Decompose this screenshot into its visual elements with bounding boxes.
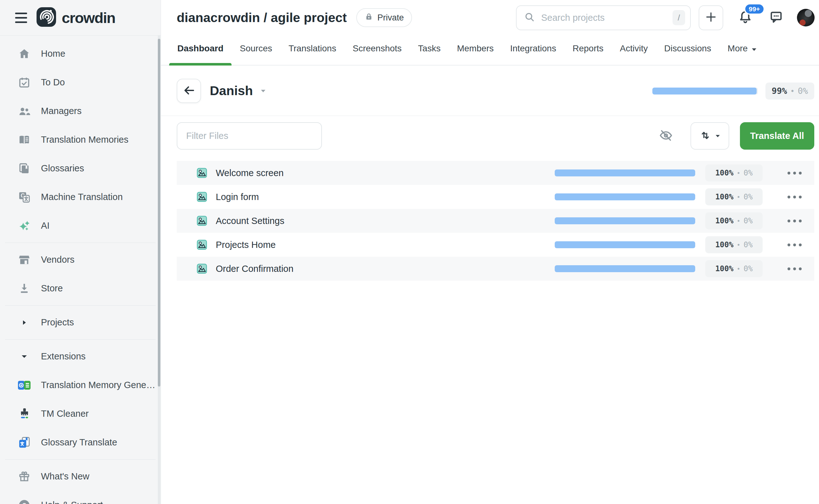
sidebar-item-vendors[interactable]: Vendors	[0, 245, 161, 274]
tab-translations[interactable]: Translations	[288, 35, 337, 65]
tab-tasks[interactable]: Tasks	[417, 35, 441, 65]
back-button[interactable]	[177, 79, 201, 103]
gift-icon	[17, 470, 31, 483]
ai-sparkles-icon	[17, 220, 31, 232]
file-progress-bar	[555, 241, 695, 248]
sidebar-item-label: Vendors	[41, 255, 74, 265]
file-progress-fill	[555, 265, 695, 272]
sidebar-item-store[interactable]: Store	[0, 274, 161, 303]
lock-icon	[364, 12, 373, 23]
tab-sources[interactable]: Sources	[239, 35, 273, 65]
language-dropdown-caret-icon[interactable]	[261, 89, 266, 93]
download-icon	[17, 282, 31, 295]
sidebar-item-extensions[interactable]: Extensions	[0, 342, 161, 371]
file-row-account-settings[interactable]: Account Settings 100% • 0%	[177, 209, 814, 233]
sidebar-header: crowdin	[0, 0, 161, 36]
notifications-button[interactable]: 99+	[736, 8, 755, 27]
crowdin-app: crowdin Home To Do Managers Translation …	[0, 0, 819, 504]
create-project-button[interactable]	[699, 5, 723, 30]
translated-percent: 100%	[715, 169, 734, 177]
project-tabs: Dashboard Sources Translations Screensho…	[161, 35, 819, 66]
filter-files-input[interactable]	[177, 122, 322, 150]
file-context-menu-button[interactable]	[787, 192, 802, 202]
sidebar-divider	[5, 305, 156, 306]
question-circle-icon: ?	[17, 499, 31, 504]
machine-translation-icon: G	[17, 191, 31, 203]
translated-percent: 100%	[715, 240, 734, 249]
files-toolbar-actions: Translate All	[659, 122, 814, 150]
sidebar-scrollbar-thumb[interactable]	[158, 39, 160, 387]
home-icon	[17, 48, 31, 60]
sort-dropdown-caret-icon	[715, 133, 720, 139]
sidebar-item-translation-memories[interactable]: Translation Memories	[0, 125, 161, 154]
chevron-right-icon	[17, 320, 31, 325]
search-icon	[524, 12, 535, 24]
hamburger-menu-icon[interactable]	[15, 13, 27, 23]
screenshot-image-icon	[197, 215, 207, 226]
sidebar-item-ai[interactable]: AI	[0, 211, 161, 240]
file-progress-badge: 100% • 0%	[705, 212, 763, 229]
sidebar-item-home[interactable]: Home	[0, 39, 161, 68]
sidebar-item-whats-new[interactable]: What's New	[0, 462, 161, 491]
chevron-down-icon	[17, 355, 31, 358]
file-progress-badge: 100% • 0%	[705, 236, 763, 253]
hidden-files-toggle[interactable]	[659, 129, 673, 143]
file-row-right: 100% • 0%	[555, 188, 802, 205]
plus-icon	[704, 10, 718, 25]
translate-all-button[interactable]: Translate All	[740, 122, 814, 150]
file-row-right: 100% • 0%	[555, 260, 802, 277]
approved-percent: 0%	[743, 240, 753, 249]
file-row-login-form[interactable]: Login form 100% • 0%	[177, 185, 814, 209]
file-context-menu-button[interactable]	[787, 240, 802, 249]
file-progress-fill	[555, 169, 695, 176]
approved-percent: 0%	[743, 216, 753, 225]
screenshot-image-icon	[197, 192, 207, 202]
file-progress-fill	[555, 217, 695, 224]
screenshot-image-icon	[197, 263, 207, 274]
sidebar-item-label: Help & Support	[41, 500, 103, 504]
tab-more[interactable]: More	[727, 35, 757, 65]
file-row-projects-home[interactable]: Projects Home 100% • 0%	[177, 233, 814, 257]
sidebar-item-glossaries[interactable]: Glossaries	[0, 154, 161, 183]
file-context-menu-button[interactable]	[787, 216, 802, 226]
file-row-order-confirmation[interactable]: Order Confirmation 100% • 0%	[177, 257, 814, 281]
sidebar-item-tm-cleaner[interactable]: TM Cleaner	[0, 399, 161, 428]
tab-screenshots[interactable]: Screenshots	[352, 35, 402, 65]
sidebar-item-label: AI	[41, 221, 49, 231]
sidebar-item-todo[interactable]: To Do	[0, 68, 161, 97]
sidebar-item-tm-generator[interactable]: Translation Memory Gene…	[0, 371, 161, 399]
tab-activity[interactable]: Activity	[619, 35, 649, 65]
messages-button[interactable]	[767, 9, 785, 26]
file-row-right: 100% • 0%	[555, 212, 802, 229]
sidebar-divider	[5, 339, 156, 340]
tab-dashboard[interactable]: Dashboard	[177, 35, 224, 65]
sidebar-item-label: Store	[41, 283, 63, 294]
tab-reports[interactable]: Reports	[572, 35, 604, 65]
file-context-menu-button[interactable]	[787, 169, 802, 178]
language-progress-fill	[652, 88, 757, 95]
file-name: Account Settings	[216, 216, 284, 226]
arrow-left-icon	[183, 84, 195, 98]
sidebar-item-label: Home	[41, 49, 65, 59]
tab-members[interactable]: Members	[456, 35, 495, 65]
sidebar-item-label: What's New	[41, 471, 89, 482]
sidebar-item-label: Translation Memories	[41, 135, 129, 145]
search-box[interactable]: /	[516, 5, 691, 30]
sidebar-item-projects[interactable]: Projects	[0, 308, 161, 337]
sidebar-item-label: Glossary Translate	[41, 437, 117, 448]
tab-discussions[interactable]: Discussions	[663, 35, 712, 65]
sidebar-item-glossary-translate[interactable]: Glossary Translate	[0, 428, 161, 457]
approved-percent: 0%	[798, 86, 808, 96]
sidebar-item-managers[interactable]: Managers	[0, 97, 161, 125]
user-avatar[interactable]	[797, 9, 815, 26]
managers-people-icon	[17, 105, 31, 117]
search-input[interactable]	[541, 12, 667, 23]
crowdin-logo[interactable]: crowdin	[37, 7, 115, 28]
sidebar-item-machine-translation[interactable]: G Machine Translation	[0, 183, 161, 211]
file-row-welcome-screen[interactable]: Welcome screen 100% • 0%	[177, 161, 814, 185]
topbar: dianacrowdin / agile project Private / 9…	[161, 0, 819, 35]
sidebar-item-help-support[interactable]: ? Help & Support	[0, 491, 161, 504]
tab-integrations[interactable]: Integrations	[509, 35, 557, 65]
sort-button[interactable]	[690, 122, 729, 150]
file-context-menu-button[interactable]	[787, 264, 802, 273]
